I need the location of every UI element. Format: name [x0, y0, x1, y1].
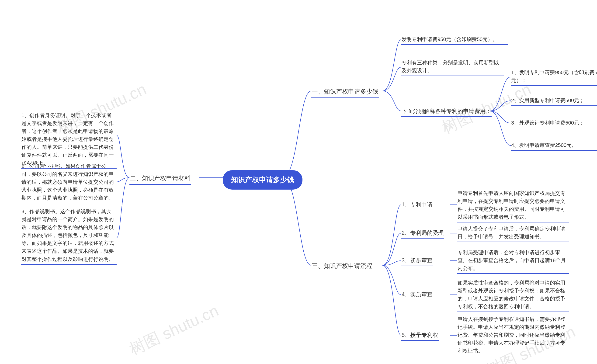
- root-node[interactable]: 知识产权申请多少钱: [223, 170, 302, 190]
- branch-2-child-3[interactable]: 3、作品说明书。这个作品说明书，其实就是对申请品的一个简介。如果是发明的话，就要…: [21, 207, 117, 265]
- branch-2-child-2[interactable]: 2、公司营业执照。如果创作者属于公司，要以公司的名义来进行知识产权的申请的话，那…: [21, 161, 117, 203]
- branch-3-child-3[interactable]: 3、初步审查: [401, 255, 433, 266]
- branch-3-leaf-5[interactable]: 申请人在接到授予专利权通知书后，需要办理登记手续。申请人应当在规定的期限内缴纳专…: [457, 314, 569, 356]
- branch-1-child-1[interactable]: 发明专利申请费950元（含印刷费50元）。: [401, 34, 508, 45]
- branch-1-leaf-3[interactable]: 3、外观设计专利申请费500元；: [511, 118, 597, 128]
- branch-3-child-4[interactable]: 4、实质审查: [401, 289, 433, 300]
- branch-1-leaf-4[interactable]: 4、发明申请审查费2500元。: [511, 140, 597, 151]
- branch-2-child-1[interactable]: 1、创作者身份证明。对于一个技术或者是文字或者是发明来讲，一定有一个创作者，这个…: [21, 111, 117, 169]
- branch-3-child-2[interactable]: 2、专利局的受理: [401, 228, 444, 238]
- watermark: 树图 shutu.cn: [126, 300, 222, 360]
- branch-1-child-3[interactable]: 下面分别解释各种专利的申请费用：: [401, 106, 492, 117]
- branch-3-leaf-1[interactable]: 申请专利首先申请人应向国家知识产权局提交专利申请，在提交专利申请时应提交必要的申…: [457, 188, 569, 222]
- branch-3-child-5[interactable]: 5、授予专利权: [401, 330, 439, 341]
- branch-3-leaf-3[interactable]: 专利局受理申请后，会对专利申请进行初步审查。在初步审查合格之后，自申请日起满18…: [457, 248, 569, 274]
- branch-1-leaf-1[interactable]: 1、发明专利申请费950元（含印刷费50元）；: [511, 68, 597, 86]
- branch-2[interactable]: 二、知识产权申请材料: [129, 172, 191, 185]
- branch-3[interactable]: 三、知识产权申请流程: [311, 260, 373, 272]
- branch-3-child-1[interactable]: 1、专利申请: [401, 199, 433, 210]
- branch-1[interactable]: 一、知识产权申请多少钱: [311, 85, 379, 98]
- branch-3-leaf-4[interactable]: 如果实质性审查合格的，专利局将对申请的实用新型或者外观设计专利授予专利权；如果不…: [457, 278, 569, 312]
- mindmap-canvas[interactable]: 树图 shutu.cn 树图 shutu.cn 树图 shutu.cn 树图 s…: [0, 0, 597, 364]
- branch-1-leaf-2[interactable]: 2、实用新型专利申请费500元；: [511, 96, 597, 106]
- branch-1-child-2[interactable]: 专利有三种种类，分别是发明、实用新型以及外观设计。: [401, 58, 504, 76]
- branch-3-leaf-2[interactable]: 申请人提交了专利申请后，专利局确定专利申请日，给予申请号，并发出受理通知书。: [457, 224, 569, 242]
